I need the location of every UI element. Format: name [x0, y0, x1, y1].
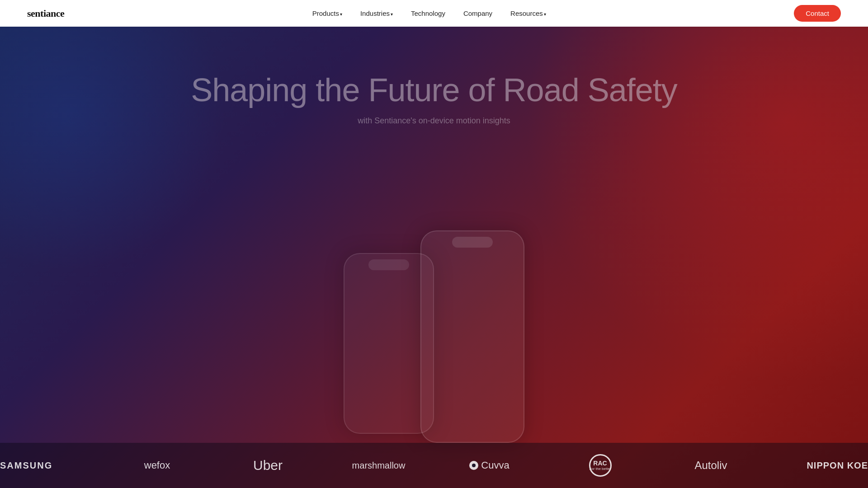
contact-button[interactable]: Contact [794, 5, 841, 22]
logo-marshmallow: marshmallow [323, 460, 434, 471]
logo-cuvva: Cuvva [434, 460, 545, 471]
logo-rac: RAC For the better [545, 454, 656, 477]
cuvva-dot-icon [469, 461, 478, 470]
nav-company[interactable]: Company [463, 9, 492, 17]
logos-strip: SAMSUNG wefox Uber marshmallow Cuvva RAC… [0, 443, 868, 488]
nav-technology[interactable]: Technology [411, 9, 445, 17]
navbar: sentiance Products▾ Industries▾ Technolo… [0, 0, 868, 27]
hero-section: Shaping the Future of Road Safety with S… [0, 0, 868, 488]
hero-subtitle: with Sentiance's on-device motion insigh… [358, 116, 510, 126]
rac-badge: RAC For the better [589, 454, 612, 477]
logo-autoliv: Autoliv [656, 459, 766, 472]
site-logo[interactable]: sentiance [27, 8, 64, 19]
logo-nippon: NIPPON KOE [766, 460, 868, 471]
logo-wefox: wefox [102, 460, 212, 471]
nav-products[interactable]: Products▾ [312, 9, 342, 17]
hero-title: Shaping the Future of Road Safety [191, 72, 677, 108]
phone-mockup-right [420, 230, 524, 443]
nav-resources[interactable]: Resources▾ [510, 9, 546, 17]
phones-illustration [344, 230, 524, 443]
logos-inner: SAMSUNG wefox Uber marshmallow Cuvva RAC… [0, 454, 868, 477]
logo-samsung: SAMSUNG [0, 460, 102, 471]
nav-industries[interactable]: Industries▾ [360, 9, 393, 17]
nav-links: Products▾ Industries▾ Technology Company… [312, 9, 546, 17]
logo-uber: Uber [212, 458, 323, 473]
